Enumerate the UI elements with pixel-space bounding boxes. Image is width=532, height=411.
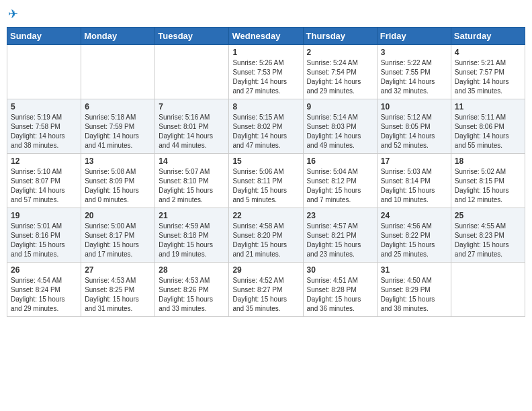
day-info: Sunrise: 5:19 AM Sunset: 7:58 PM Dayligh… xyxy=(11,113,77,150)
calendar-cell: 12 Sunrise: 5:10 AM Sunset: 8:07 PM Dayl… xyxy=(7,154,81,208)
day-number: 12 xyxy=(11,156,77,166)
calendar-cell: 23 Sunrise: 4:57 AM Sunset: 8:21 PM Dayl… xyxy=(303,208,377,263)
sunrise-text: Sunrise: 5:06 AM xyxy=(232,168,283,175)
day-number: 26 xyxy=(11,265,77,275)
calendar-cell: 7 Sunrise: 5:16 AM Sunset: 8:01 PM Dayli… xyxy=(155,99,229,154)
sunset-text: Sunset: 7:54 PM xyxy=(307,68,357,76)
daylight-text: Daylight: 14 hours and 44 minutes. xyxy=(159,132,213,149)
daylight-text: Daylight: 14 hours and 49 minutes. xyxy=(307,132,361,149)
day-info: Sunrise: 4:51 AM Sunset: 8:28 PM Dayligh… xyxy=(307,276,373,314)
daylight-text: Daylight: 14 hours and 52 minutes. xyxy=(381,132,435,149)
calendar-cell: 28 Sunrise: 4:53 AM Sunset: 8:26 PM Dayl… xyxy=(155,263,229,317)
daylight-text: Daylight: 15 hours and 31 minutes. xyxy=(85,295,139,312)
calendar-week-4: 19 Sunrise: 5:01 AM Sunset: 8:16 PM Dayl… xyxy=(7,208,525,263)
daylight-text: Daylight: 14 hours and 35 minutes. xyxy=(455,78,509,95)
day-number: 31 xyxy=(381,265,447,275)
calendar-cell: 16 Sunrise: 5:04 AM Sunset: 8:12 PM Dayl… xyxy=(303,154,377,208)
sunrise-text: Sunrise: 5:08 AM xyxy=(85,168,136,175)
day-info: Sunrise: 4:52 AM Sunset: 8:27 PM Dayligh… xyxy=(232,276,299,314)
day-info: Sunrise: 5:18 AM Sunset: 7:59 PM Dayligh… xyxy=(85,113,151,150)
sunset-text: Sunset: 8:06 PM xyxy=(455,123,504,130)
sunset-text: Sunset: 8:28 PM xyxy=(307,286,357,293)
day-number: 2 xyxy=(307,48,373,57)
sunrise-text: Sunrise: 5:21 AM xyxy=(455,59,506,66)
sunset-text: Sunset: 8:15 PM xyxy=(455,177,504,185)
calendar-cell: 11 Sunrise: 5:11 AM Sunset: 8:06 PM Dayl… xyxy=(451,99,525,154)
sunrise-text: Sunrise: 4:56 AM xyxy=(381,222,432,230)
sunset-text: Sunset: 7:53 PM xyxy=(232,68,282,76)
daylight-text: Daylight: 14 hours and 29 minutes. xyxy=(307,78,361,95)
day-number: 3 xyxy=(381,48,447,57)
daylight-text: Daylight: 15 hours and 38 minutes. xyxy=(381,295,435,312)
sunrise-text: Sunrise: 5:11 AM xyxy=(455,113,506,121)
calendar-cell: 17 Sunrise: 5:03 AM Sunset: 8:14 PM Dayl… xyxy=(377,154,451,208)
sunrise-text: Sunrise: 4:52 AM xyxy=(232,277,283,284)
day-info: Sunrise: 5:03 AM Sunset: 8:14 PM Dayligh… xyxy=(381,167,447,205)
sunrise-text: Sunrise: 4:57 AM xyxy=(307,222,358,230)
day-info: Sunrise: 5:24 AM Sunset: 7:54 PM Dayligh… xyxy=(307,58,373,96)
sunset-text: Sunset: 7:55 PM xyxy=(381,68,431,76)
day-info: Sunrise: 5:15 AM Sunset: 8:02 PM Dayligh… xyxy=(232,113,299,150)
sunrise-text: Sunrise: 5:24 AM xyxy=(307,59,358,66)
calendar-week-1: 1 Sunrise: 5:26 AM Sunset: 7:53 PM Dayli… xyxy=(7,45,525,99)
day-info: Sunrise: 5:06 AM Sunset: 8:11 PM Dayligh… xyxy=(232,167,299,205)
sunset-text: Sunset: 8:03 PM xyxy=(307,123,357,130)
calendar-cell: 24 Sunrise: 4:56 AM Sunset: 8:22 PM Dayl… xyxy=(377,208,451,263)
sunrise-text: Sunrise: 5:12 AM xyxy=(381,113,432,121)
bird-icon: ✈ xyxy=(8,7,18,21)
sunset-text: Sunset: 7:58 PM xyxy=(11,123,60,130)
day-info: Sunrise: 5:16 AM Sunset: 8:01 PM Dayligh… xyxy=(159,113,225,150)
day-info: Sunrise: 5:12 AM Sunset: 8:05 PM Dayligh… xyxy=(381,113,447,150)
day-number: 8 xyxy=(232,102,299,111)
day-info: Sunrise: 4:55 AM Sunset: 8:23 PM Dayligh… xyxy=(455,222,521,259)
calendar-cell: 21 Sunrise: 4:59 AM Sunset: 8:18 PM Dayl… xyxy=(155,208,229,263)
calendar-cell: 2 Sunrise: 5:24 AM Sunset: 7:54 PM Dayli… xyxy=(303,45,377,99)
page-header: ✈ xyxy=(7,7,525,21)
calendar-cell: 29 Sunrise: 4:52 AM Sunset: 8:27 PM Dayl… xyxy=(229,263,303,317)
calendar-cell xyxy=(7,45,81,99)
daylight-text: Daylight: 15 hours and 7 minutes. xyxy=(307,187,361,203)
day-number: 29 xyxy=(232,265,299,275)
logo: ✈ xyxy=(7,7,18,21)
day-number: 28 xyxy=(159,265,225,275)
day-number: 18 xyxy=(455,156,521,166)
sunrise-text: Sunrise: 4:51 AM xyxy=(307,277,358,284)
daylight-text: Daylight: 15 hours and 29 minutes. xyxy=(11,295,65,312)
sunset-text: Sunset: 8:22 PM xyxy=(381,232,431,239)
calendar-cell: 27 Sunrise: 4:53 AM Sunset: 8:25 PM Dayl… xyxy=(81,263,155,317)
day-number: 14 xyxy=(159,156,225,166)
day-number: 27 xyxy=(85,265,151,275)
sunrise-text: Sunrise: 5:07 AM xyxy=(159,168,210,175)
daylight-text: Daylight: 14 hours and 57 minutes. xyxy=(11,187,65,203)
day-info: Sunrise: 5:02 AM Sunset: 8:15 PM Dayligh… xyxy=(455,167,521,205)
sunset-text: Sunset: 7:59 PM xyxy=(85,123,134,130)
calendar-cell: 30 Sunrise: 4:51 AM Sunset: 8:28 PM Dayl… xyxy=(303,263,377,317)
sunrise-text: Sunrise: 4:54 AM xyxy=(11,277,62,284)
day-number: 30 xyxy=(307,265,373,275)
daylight-text: Daylight: 15 hours and 2 minutes. xyxy=(159,187,213,203)
sunset-text: Sunset: 8:25 PM xyxy=(85,286,134,293)
day-info: Sunrise: 5:08 AM Sunset: 8:09 PM Dayligh… xyxy=(85,167,151,205)
daylight-text: Daylight: 14 hours and 38 minutes. xyxy=(11,132,65,149)
day-number: 11 xyxy=(455,102,521,111)
calendar-cell: 25 Sunrise: 4:55 AM Sunset: 8:23 PM Dayl… xyxy=(451,208,525,263)
calendar-cell: 4 Sunrise: 5:21 AM Sunset: 7:57 PM Dayli… xyxy=(451,45,525,99)
day-info: Sunrise: 4:58 AM Sunset: 8:20 PM Dayligh… xyxy=(232,222,299,259)
calendar-cell xyxy=(155,45,229,99)
calendar-cell: 22 Sunrise: 4:58 AM Sunset: 8:20 PM Dayl… xyxy=(229,208,303,263)
day-number: 24 xyxy=(381,211,447,220)
sunrise-text: Sunrise: 4:55 AM xyxy=(455,222,506,230)
calendar-cell: 13 Sunrise: 5:08 AM Sunset: 8:09 PM Dayl… xyxy=(81,154,155,208)
day-info: Sunrise: 5:00 AM Sunset: 8:17 PM Dayligh… xyxy=(85,222,151,259)
day-header-saturday: Saturday xyxy=(451,28,525,45)
day-number: 1 xyxy=(232,48,299,57)
calendar-cell: 3 Sunrise: 5:22 AM Sunset: 7:55 PM Dayli… xyxy=(377,45,451,99)
calendar-cell: 18 Sunrise: 5:02 AM Sunset: 8:15 PM Dayl… xyxy=(451,154,525,208)
day-info: Sunrise: 4:54 AM Sunset: 8:24 PM Dayligh… xyxy=(11,276,77,314)
sunset-text: Sunset: 8:20 PM xyxy=(232,232,282,239)
sunset-text: Sunset: 8:02 PM xyxy=(232,123,282,130)
day-number: 15 xyxy=(232,156,299,166)
sunset-text: Sunset: 8:17 PM xyxy=(85,232,134,239)
sunset-text: Sunset: 8:12 PM xyxy=(307,177,357,185)
daylight-text: Daylight: 15 hours and 10 minutes. xyxy=(381,187,435,203)
